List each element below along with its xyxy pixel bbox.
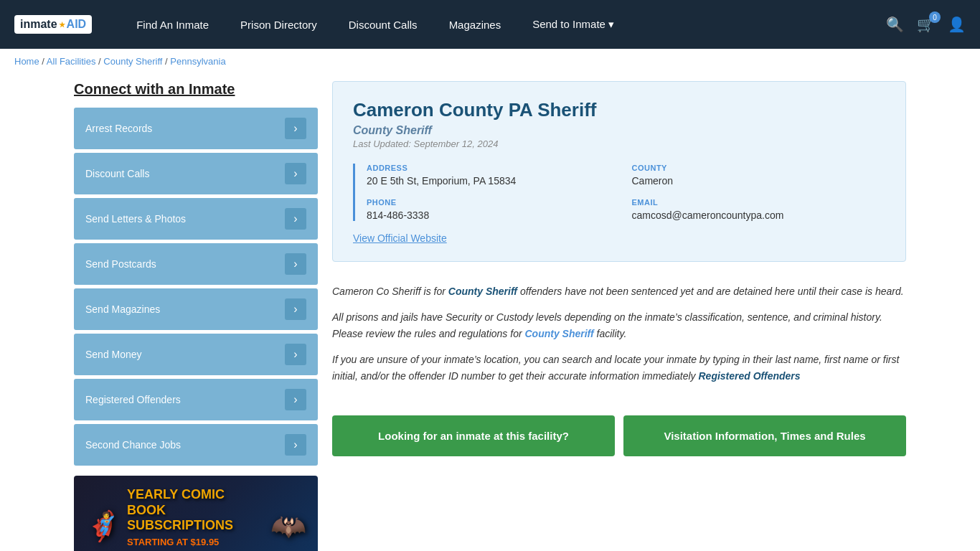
cart-badge: 0 — [929, 11, 941, 23]
phone-block: PHONE 814-486-3338 — [367, 198, 621, 221]
nav-links: Find An Inmate Prison Directory Discount… — [121, 0, 886, 49]
arrow-icon: › — [285, 163, 306, 184]
ad-title: YEARLY COMIC BOOKSUBSCRIPTIONS — [127, 487, 265, 534]
sidebar: Connect with an Inmate Arrest Records › … — [74, 81, 318, 551]
logo-star-icon: ★ — [59, 21, 65, 29]
navbar: inmate ★ AID Find An Inmate Prison Direc… — [0, 0, 980, 49]
arrow-icon: › — [285, 253, 306, 275]
sidebar-btn-arrest-records[interactable]: Arrest Records › — [74, 108, 318, 149]
arrow-icon: › — [285, 118, 306, 139]
registered-offenders-link[interactable]: Registered Offenders — [698, 370, 800, 382]
logo[interactable]: inmate ★ AID — [14, 15, 92, 34]
sidebar-btn-send-postcards[interactable]: Send Postcards › — [74, 243, 318, 285]
user-icon[interactable]: 👤 — [948, 16, 966, 33]
bottom-buttons: Looking for an inmate at this facility? … — [332, 415, 906, 456]
arrow-icon: › — [285, 208, 306, 230]
logo-aid-text: AID — [67, 18, 87, 31]
county-value: Cameron — [632, 175, 886, 187]
phone-value: 814-486-3338 — [367, 209, 621, 221]
ad-subtitle: STARTING AT $19.95 — [127, 537, 265, 547]
nav-magazines[interactable]: Magazines — [433, 0, 517, 49]
nav-discount-calls[interactable]: Discount Calls — [333, 0, 433, 49]
official-website-link[interactable]: View Official Website — [353, 232, 447, 244]
search-icon[interactable]: 🔍 — [886, 16, 904, 33]
desc-para-3: If you are unsure of your inmate’s locat… — [332, 352, 906, 384]
navbar-icons: 🔍 🛒 0 👤 — [886, 16, 966, 33]
county-block: COUNTY Cameron — [632, 164, 886, 187]
address-label: ADDRESS — [367, 164, 621, 172]
desc-para-2: All prisons and jails have Security or C… — [332, 309, 906, 342]
arrow-icon: › — [285, 389, 306, 410]
main-container: Connect with an Inmate Arrest Records › … — [60, 74, 920, 551]
facility-details-grid: ADDRESS 20 E 5th St, Emporium, PA 15834 … — [353, 164, 885, 221]
find-inmate-button[interactable]: Looking for an inmate at this facility? — [332, 415, 615, 456]
sidebar-title: Connect with an Inmate — [74, 81, 318, 98]
phone-label: PHONE — [367, 198, 621, 207]
sidebar-btn-second-chance-jobs[interactable]: Second Chance Jobs › — [74, 424, 318, 466]
visitation-info-button[interactable]: Visitation Information, Times and Rules — [623, 415, 906, 456]
facility-last-updated: Last Updated: September 12, 2024 — [353, 138, 885, 149]
county-sheriff-link-1[interactable]: County Sheriff — [448, 286, 517, 297]
sidebar-btn-send-magazines[interactable]: Send Magazines › — [74, 288, 318, 330]
sidebar-btn-registered-offenders[interactable]: Registered Offenders › — [74, 379, 318, 420]
breadcrumb-pennsylvania[interactable]: Pennsylvania — [170, 56, 225, 67]
address-value: 20 E 5th St, Emporium, PA 15834 — [367, 175, 621, 187]
logo-inmate-text: inmate — [20, 18, 57, 31]
email-label: EMAIL — [632, 198, 886, 207]
arrow-icon: › — [285, 344, 306, 365]
facility-title: Cameron County PA Sheriff — [353, 99, 885, 121]
breadcrumb: Home / All Facilities / County Sheriff /… — [0, 49, 980, 74]
breadcrumb-home[interactable]: Home — [14, 56, 39, 67]
county-sheriff-link-2[interactable]: County Sheriff — [524, 328, 593, 339]
sidebar-btn-send-money[interactable]: Send Money › — [74, 334, 318, 375]
nav-prison-directory[interactable]: Prison Directory — [225, 0, 333, 49]
email-block: EMAIL camcosd@cameroncountypa.com — [632, 198, 886, 221]
email-value: camcosd@cameroncountypa.com — [632, 209, 886, 221]
content-area: Cameron County PA Sheriff County Sheriff… — [332, 81, 906, 551]
arrow-icon: › — [285, 298, 306, 320]
nav-find-an-inmate[interactable]: Find An Inmate — [121, 0, 225, 49]
facility-card: Cameron County PA Sheriff County Sheriff… — [332, 81, 906, 262]
desc-para-1: Cameron Co Sheriff is for County Sheriff… — [332, 283, 906, 299]
county-label: COUNTY — [632, 164, 886, 172]
facility-type: County Sheriff — [353, 124, 885, 137]
sidebar-btn-discount-calls[interactable]: Discount Calls › — [74, 153, 318, 194]
ad-banner[interactable]: 🦸 YEARLY COMIC BOOKSUBSCRIPTIONS STARTIN… — [74, 476, 318, 551]
sidebar-btn-send-letters[interactable]: Send Letters & Photos › — [74, 198, 318, 240]
address-block: ADDRESS 20 E 5th St, Emporium, PA 15834 — [367, 164, 621, 187]
breadcrumb-all-facilities[interactable]: All Facilities — [47, 56, 96, 67]
nav-send-to-inmate[interactable]: Send to Inmate ▾ — [517, 0, 630, 49]
cart-icon[interactable]: 🛒 0 — [917, 16, 935, 33]
description-area: Cameron Co Sheriff is for County Sheriff… — [332, 276, 906, 401]
breadcrumb-county-sheriff[interactable]: County Sheriff — [103, 56, 162, 67]
arrow-icon: › — [285, 434, 306, 456]
